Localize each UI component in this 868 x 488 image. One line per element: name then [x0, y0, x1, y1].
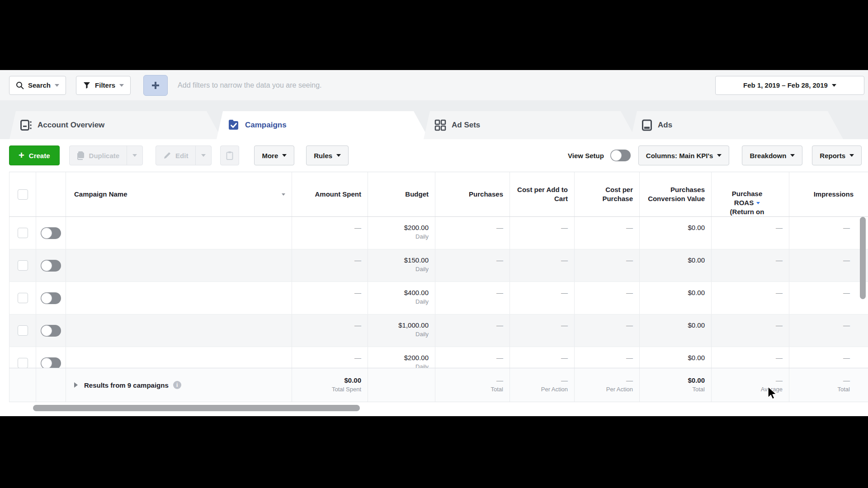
purchases-conversion-value-total-cell: $0.00Total	[639, 368, 711, 402]
funnel-icon	[83, 81, 91, 89]
roas-line1: Purchase	[732, 189, 763, 198]
table-row: — $150.00Daily — — — $0.00 — —	[9, 249, 868, 282]
budget-header[interactable]: Budget	[368, 172, 435, 216]
ads-manager-screen: Search Filters Add filters to narrow the…	[0, 0, 868, 488]
chevron-down-icon	[201, 154, 206, 157]
view-setup-toggle[interactable]	[610, 150, 631, 161]
rules-button[interactable]: Rules	[306, 145, 349, 165]
cost-per-add-to-cart-cell: —	[509, 217, 574, 249]
chevron-down-icon	[282, 154, 287, 157]
campaign-active-toggle[interactable]	[41, 292, 61, 304]
horizontal-scrollbar-thumb[interactable]	[33, 405, 360, 411]
copy-icon	[77, 151, 85, 160]
account-overview-icon	[20, 119, 32, 131]
campaign-name-cell	[66, 249, 292, 282]
cost-per-purchase-cell: —	[574, 347, 639, 368]
breakdown-button[interactable]: Breakdown	[742, 145, 802, 165]
budget-cell: $1,000.00Daily	[368, 314, 435, 347]
duplicate-dropdown[interactable]	[127, 146, 142, 165]
amount-spent-cell: —	[292, 347, 368, 368]
budget-cell: $400.00Daily	[368, 282, 435, 314]
sort-caret-icon[interactable]	[282, 193, 285, 196]
info-icon[interactable]: i	[173, 381, 181, 389]
search-button[interactable]: Search	[9, 76, 66, 95]
tab-ads[interactable]: Ads	[631, 111, 843, 139]
columns-label: Columns: Main KPI's	[646, 152, 713, 160]
cost-per-add-to-cart-cell: —	[509, 347, 574, 368]
campaign-name-header[interactable]: Campaign Name	[66, 172, 292, 216]
cost-per-add-to-cart-header[interactable]: Cost per Add to Cart	[509, 172, 574, 216]
level-tabs: Account Overview Campaigns Ad Sets Ads	[0, 100, 868, 139]
table-row: — $200.00Daily — — — $0.00 — —	[9, 347, 868, 368]
impressions-total-cell: —Total	[789, 368, 868, 402]
amount-spent-cell: —	[292, 314, 368, 347]
row-checkbox[interactable]	[18, 325, 28, 336]
cost-per-purchase-total-cell: —Per Action	[574, 368, 639, 402]
more-button[interactable]: More	[254, 145, 294, 165]
impressions-cell: —	[789, 282, 868, 314]
clipboard-button[interactable]	[220, 145, 239, 165]
purchases-conversion-value-cell: $0.00	[639, 347, 711, 368]
tab-campaigns[interactable]: Campaigns	[217, 111, 429, 139]
row-checkbox[interactable]	[18, 228, 28, 238]
date-range-button[interactable]: Feb 1, 2019 – Feb 28, 2019	[715, 76, 864, 95]
tab-ad-sets[interactable]: Ad Sets	[424, 111, 636, 139]
edit-dropdown[interactable]	[195, 146, 211, 165]
budget-total-cell	[368, 368, 435, 402]
campaign-active-toggle[interactable]	[41, 227, 61, 239]
filter-placeholder[interactable]: Add filters to narrow the data you are s…	[178, 81, 715, 89]
purchases-conversion-value-cell: $0.00	[639, 282, 711, 314]
breakdown-label: Breakdown	[750, 152, 786, 160]
row-checkbox[interactable]	[18, 260, 28, 271]
purchase-roas-cell: —	[711, 347, 789, 368]
cost-per-purchase-cell: —	[574, 282, 639, 314]
cost-per-add-to-cart-total-cell: —Per Action	[509, 368, 574, 402]
chevron-down-icon	[849, 154, 854, 157]
cost-per-purchase-cell: —	[574, 314, 639, 347]
purchases-conversion-value-header[interactable]: Purchases Conversion Value	[639, 172, 711, 216]
campaign-active-toggle[interactable]	[41, 357, 61, 368]
expand-caret-icon[interactable]	[74, 382, 78, 388]
chevron-down-icon	[336, 154, 341, 157]
edit-button[interactable]: Edit	[156, 146, 195, 165]
impressions-header[interactable]: Impressions	[789, 172, 868, 216]
chevron-down-icon	[790, 154, 795, 157]
duplicate-label: Duplicate	[89, 152, 120, 160]
filters-button[interactable]: Filters	[76, 76, 131, 95]
budget-cell: $150.00Daily	[368, 249, 435, 282]
plus-icon	[151, 81, 160, 90]
purchases-header[interactable]: Purchases	[435, 172, 509, 216]
impressions-cell: —	[789, 347, 868, 368]
search-icon	[16, 81, 24, 89]
horizontal-scrollbar	[0, 402, 868, 416]
sort-caret-icon	[756, 202, 760, 204]
table-header: Campaign Name Amount Spent Budget Purcha…	[9, 172, 868, 217]
purchase-roas-total-cell: —Average	[711, 368, 789, 402]
reports-button[interactable]: Reports	[812, 145, 862, 165]
duplicate-button[interactable]: Duplicate	[70, 146, 127, 165]
amount-spent-header[interactable]: Amount Spent	[292, 172, 368, 216]
campaign-name-cell	[66, 314, 292, 347]
purchase-roas-cell: —	[711, 249, 789, 282]
campaign-active-toggle[interactable]	[41, 325, 61, 337]
add-filter-button[interactable]	[143, 75, 168, 96]
toggle-column-header	[36, 172, 66, 216]
tab-account-overview[interactable]: Account Overview	[9, 111, 222, 139]
campaign-active-toggle[interactable]	[41, 260, 61, 272]
cost-per-purchase-header[interactable]: Cost per Purchase	[574, 172, 639, 216]
tab-label: Ad Sets	[452, 121, 480, 130]
reports-label: Reports	[820, 152, 845, 160]
impressions-cell: —	[789, 217, 868, 249]
columns-button[interactable]: Columns: Main KPI's	[638, 145, 730, 165]
row-checkbox[interactable]	[18, 358, 28, 368]
create-button[interactable]: + Create	[9, 145, 60, 165]
purchases-cell: —	[435, 314, 509, 347]
create-label: Create	[29, 152, 50, 160]
amount-spent-cell: —	[292, 249, 368, 282]
purchase-roas-header[interactable]: Purchase ROAS (Return on	[711, 172, 789, 216]
row-checkbox[interactable]	[18, 293, 28, 303]
select-all-checkbox[interactable]	[18, 189, 28, 200]
campaign-name-cell	[66, 282, 292, 314]
vertical-scrollbar-thumb[interactable]	[860, 217, 866, 299]
more-label: More	[262, 152, 278, 160]
